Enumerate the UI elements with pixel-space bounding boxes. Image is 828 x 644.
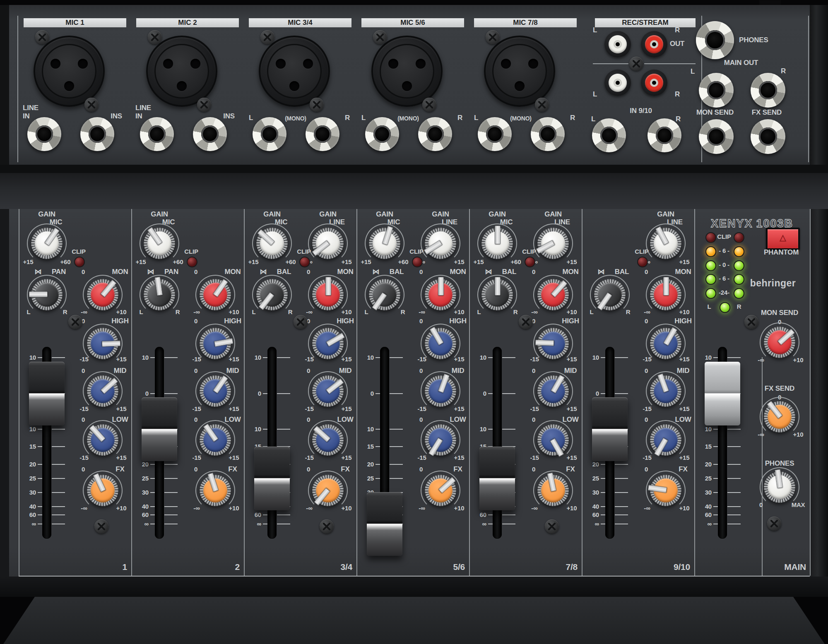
meter-row-label: -24- [712,289,736,296]
ch1-mid-max-label: +15 [108,405,134,413]
main-fader-scale-tick [727,357,741,358]
ch1-fader-scale-tick [52,492,65,493]
ch7-8-fader-cap[interactable] [479,447,515,510]
main-fader-scale-tick [713,478,718,479]
ch3-4-clip-label: CLIP [289,248,318,255]
ch2-low-max-label: +15 [221,454,247,461]
ch3-4-gain-line-knob[interactable] [307,223,349,264]
ch5-6-gain-mic-knob[interactable] [364,223,405,264]
in-910-right-jack [647,118,681,152]
ch9-10-fader-cap[interactable] [592,397,628,461]
main-fader-cap[interactable] [705,362,740,425]
xlr-pin-hole [78,59,88,69]
ch7-8-gain-line-knob[interactable] [532,223,574,264]
screw-icon [310,98,324,112]
xlr-pin-hole [190,59,200,69]
screw-icon [422,98,436,112]
xlr-pin-hole [289,81,299,91]
ch1-fader-scale-tick [52,464,65,465]
channel-strip-1: GAINMIC+15+60CLIP⋈PANLR0MON-∞+100HIGH-15… [19,209,131,576]
ch1-gain-mic-knob[interactable] [26,223,67,264]
ch5-6-clip-led-icon [412,257,423,267]
ch9-10-fader-scale-label: ∞ [582,520,599,528]
ch9-10-gain-line-knob[interactable] [645,223,686,264]
xlr-face [154,44,209,99]
rec-in-right-rca [641,70,667,96]
xlr-pin-hole [64,81,74,91]
main-fader-scale-tick [713,446,718,447]
ch5-6-fader-scale-tick [390,446,403,447]
ch2-fader-scale-tick [150,393,155,394]
ch5-6-fader-scale-tick [375,446,380,447]
ch1-pan-min-label: L [20,308,37,316]
ch2-number-label: 2 [193,562,240,572]
ch1-fader-scale-tick [52,524,65,524]
right-jack-label: R [558,114,575,122]
ch7-8-clip-label: CLIP [515,248,544,255]
ch1-fader-scale-tick [52,506,65,507]
ch3-4-fader-scale-label: 0 [244,390,261,397]
jack-section-2: MIC 2LINEININS [131,15,244,162]
in-910-left-jack [592,118,626,152]
mic-xlr-connector-5 [484,36,555,107]
ch9-10-gain-line-title: GAIN [645,210,686,219]
ch5-6-fader-scale-tick [375,393,380,394]
screw-icon [744,315,758,329]
ch2-fader-cap[interactable] [142,397,177,461]
ch2-fader-scale-tick [164,478,178,479]
ch7-8-fader-scale-tick [502,357,515,358]
ch7-8-gain-line-title: GAIN [532,210,574,219]
ch2-gain-mic-knob[interactable] [139,223,180,264]
rec-out-right-rca [641,31,667,58]
ch7-8-fx-min-label: -∞ [522,505,547,512]
right-jack-label: R [446,114,462,122]
main-fader-scale-tick [727,506,741,507]
ch9-10-fader-scale-tick [615,393,628,394]
strip-divider-line [582,209,582,576]
ch2-fader-scale-tick [150,514,155,515]
screw-icon [320,519,334,533]
mic-xlr-connector-3 [259,36,330,107]
ch1-fader-cap[interactable] [29,362,65,425]
ch5-6-mid-min-label: -15 [409,405,435,413]
main-fader-scale-tick [727,429,741,430]
ch2-fader-scale-tick [150,506,155,507]
main-label: MAIN [752,562,806,572]
ch2-fader-scale-label: ∞ [131,520,149,528]
ch5-6-fader-cap[interactable] [367,492,402,556]
ch3-4-high-min-label: -15 [296,356,322,363]
ch5-6-gain-line-knob[interactable] [420,223,461,264]
ch3-4-fader-cap[interactable] [254,447,290,510]
jack-section-1: MIC 1LINEININS [19,15,131,162]
ch1-fader-scale-tick [38,506,42,507]
rca-hole [652,42,656,46]
ch7-8-fader-scale-tick [502,514,515,515]
ch1-fader-scale-label: 15 [19,443,36,450]
ch7-8-fader-scale-label: 10 [469,425,486,433]
ch3-4-fader-scale-label: ∞ [244,520,261,528]
ch1-gain-mic-title: GAIN [26,210,67,219]
rca-hole [616,81,620,85]
ch2-fader-scale-label: 30 [131,489,149,496]
ch2-fader-scale-label: 20 [131,461,149,468]
ch3-4-gain-mic-knob[interactable] [251,223,293,264]
xlr-pin-hole [515,81,525,91]
main-fader-scale-tick [713,429,718,430]
ch2-high-min-label: -15 [184,356,209,363]
ch7-8-gain-mic-knob[interactable] [477,223,518,264]
strip-divider-line [810,209,811,576]
jack-panel-divider-line [17,16,18,162]
screw-icon [535,98,549,112]
fx-send-jack [751,119,785,154]
channel-strip-2: GAINMIC+15+60CLIP⋈PANLR0MON-∞+100HIGH-15… [131,209,244,576]
ch9-10-fader-scale-tick [615,478,628,479]
ch7-8-fader-scale-tick [488,514,493,515]
knob-pointer [325,277,331,296]
screw-icon [629,57,643,71]
phantom-button[interactable]: △ [766,228,800,250]
ch1-low-max-label: +15 [108,454,134,461]
ch5-6-fader-scale-label: 20 [356,461,374,468]
ch2-clip-led-icon [187,257,197,267]
ch9-10-fader-scale-tick [601,514,605,515]
ch5-6-pan-min-label: L [358,308,375,316]
